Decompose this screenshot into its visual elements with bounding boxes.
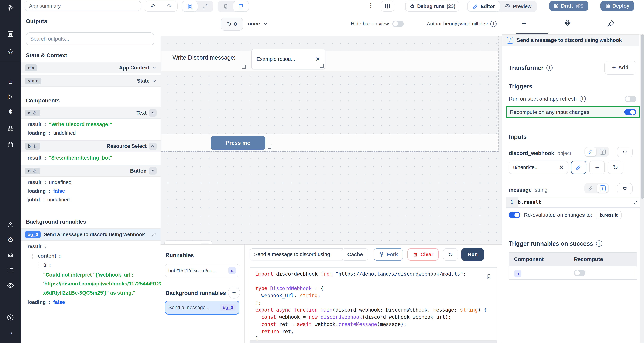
- app-canvas[interactable]: Write Discord message: Example resou... …: [160, 36, 502, 244]
- eval-mode-f-icon[interactable]: f: [597, 148, 608, 156]
- mobile-view-button[interactable]: [218, 1, 233, 12]
- cache-button[interactable]: Cache: [342, 248, 368, 261]
- clear-x-icon[interactable]: ✕: [559, 164, 564, 170]
- docs-book-button[interactable]: [381, 1, 394, 12]
- fork-button[interactable]: Fork: [374, 248, 403, 261]
- info-icon[interactable]: i: [490, 21, 496, 27]
- tab-settings-active[interactable]: [546, 20, 589, 27]
- undo-button[interactable]: ↶: [145, 1, 161, 12]
- resources-cubes-icon[interactable]: [0, 123, 21, 134]
- edit-pencil-icon[interactable]: [152, 232, 156, 237]
- code-line: import discordwebhook from "https://deno…: [255, 270, 497, 278]
- runs-play-icon[interactable]: ▷: [0, 91, 21, 102]
- info-icon[interactable]: i: [580, 96, 586, 102]
- clear-button[interactable]: Clear: [408, 248, 438, 261]
- home-icon[interactable]: ⌂: [0, 76, 21, 87]
- add-transformer-button[interactable]: +Add: [604, 61, 636, 74]
- pointer-hand-icon: [32, 110, 37, 115]
- variables-dollar-icon[interactable]: $: [0, 106, 21, 117]
- connect-plug-icon[interactable]: [617, 183, 632, 194]
- rail-divider: [0, 16, 21, 16]
- connect-plug-icon[interactable]: [617, 147, 632, 158]
- collapse-arrow-icon[interactable]: →: [0, 327, 21, 338]
- workers-robot-icon[interactable]: [0, 250, 21, 260]
- redo-button[interactable]: ↷: [161, 1, 177, 12]
- expand-editor-icon[interactable]: [631, 198, 640, 207]
- resource-select-component[interactable]: Example resou... ✕: [251, 49, 325, 70]
- debug-runs-button[interactable]: Debug runs(23): [405, 1, 459, 12]
- resource-picker[interactable]: u/henri/te... ✕: [509, 160, 568, 174]
- run-button[interactable]: Run: [461, 248, 484, 261]
- reevaluated-dep-chip[interactable]: b.result: [596, 211, 622, 220]
- zoom-out-button[interactable]: −: [167, 243, 176, 244]
- tab-styling[interactable]: [589, 20, 633, 27]
- reevaluated-toggle[interactable]: [509, 212, 520, 218]
- add-background-runnable-button[interactable]: +: [228, 286, 240, 298]
- component-row-a[interactable]: a Text: [21, 107, 161, 119]
- hide-bar-toggle[interactable]: [392, 20, 404, 27]
- refresh-count-button[interactable]: ↻0: [221, 18, 243, 30]
- runnable-item-bg0-selected[interactable]: Send a message... bg_0: [165, 300, 240, 314]
- add-resource-button[interactable]: +: [589, 160, 605, 174]
- right-scrollbar-track[interactable]: [640, 34, 644, 343]
- fullscreen-button[interactable]: [198, 1, 213, 12]
- bg0-row[interactable]: bg_0 Send a message to discord using web…: [21, 228, 161, 241]
- runnable-item-c[interactable]: hub/1511/discord/se... c: [165, 264, 240, 277]
- divider: [21, 209, 161, 209]
- deploy-button[interactable]: Deploy: [600, 1, 634, 11]
- kebab-menu-icon[interactable]: ⋮: [368, 2, 374, 8]
- favorites-star-icon[interactable]: ☆: [0, 46, 21, 57]
- collapse-chevron-up[interactable]: [149, 142, 156, 150]
- help-question-icon[interactable]: [0, 312, 21, 323]
- workspace-icon[interactable]: [0, 29, 21, 40]
- message-expr-editor[interactable]: 1 b.result: [506, 197, 641, 208]
- output-row-state[interactable]: state State: [21, 75, 161, 86]
- table-row: c: [509, 266, 637, 280]
- settings-gear-icon[interactable]: ⚙: [0, 234, 21, 245]
- code-hscrollbar[interactable]: [250, 340, 496, 343]
- run-on-start-toggle[interactable]: [624, 96, 636, 102]
- press-me-button[interactable]: Press me: [211, 136, 265, 150]
- desktop-view-button[interactable]: [233, 1, 248, 12]
- collapse-chevron-up[interactable]: [149, 167, 156, 174]
- windmill-logo[interactable]: [0, 2, 21, 13]
- folders-icon[interactable]: [0, 265, 21, 276]
- draft-button[interactable]: Draft⌘S: [549, 1, 588, 11]
- static-mode-pencil-icon[interactable]: [585, 184, 596, 192]
- schedules-calendar-icon[interactable]: [0, 139, 21, 150]
- right-scrollbar-thumb[interactable]: [641, 34, 644, 199]
- search-outputs-input[interactable]: Search outputs...: [26, 32, 154, 46]
- code-editor[interactable]: import discordwebhook from "https://deno…: [250, 267, 497, 341]
- recompute-toggle[interactable]: [624, 109, 636, 116]
- output-row-ctx[interactable]: ctx App Context: [21, 62, 161, 74]
- clear-x-icon[interactable]: ✕: [315, 56, 320, 62]
- run-mode-select[interactable]: once: [248, 18, 268, 30]
- collapse-chevron-up[interactable]: [149, 109, 156, 117]
- tab-preview[interactable]: Preview: [500, 1, 536, 12]
- edit-resource-pencil-button[interactable]: [571, 160, 586, 174]
- app-summary-input[interactable]: App summary: [24, 1, 141, 11]
- static-mode-pencil-icon[interactable]: [585, 148, 596, 156]
- center-layout-button[interactable]: [182, 1, 198, 12]
- copy-code-icon[interactable]: [484, 272, 494, 282]
- runnable-name-input[interactable]: Send a message to discord using: [250, 248, 345, 260]
- resize-handle[interactable]: [320, 64, 324, 68]
- component-row-c[interactable]: c Button: [21, 165, 161, 177]
- eval-mode-f-icon[interactable]: f: [597, 184, 608, 192]
- users-person-icon[interactable]: [0, 219, 21, 230]
- resize-handle[interactable]: [268, 145, 271, 149]
- info-icon[interactable]: i: [596, 240, 602, 247]
- recompute-c-toggle[interactable]: [574, 270, 586, 276]
- canvas-right-dashed-edge: [498, 36, 498, 152]
- refresh-resource-button[interactable]: ↻: [608, 160, 624, 174]
- tab-insert[interactable]: +: [502, 19, 546, 28]
- audit-eye-icon[interactable]: [0, 280, 21, 291]
- zoom-in-button[interactable]: +: [200, 243, 210, 244]
- brush-icon: [607, 20, 615, 27]
- refresh-button[interactable]: ↻: [443, 248, 458, 261]
- text-component[interactable]: Write Discord message:: [172, 53, 246, 69]
- component-row-b[interactable]: b Resource Select: [21, 140, 161, 152]
- info-icon[interactable]: i: [546, 65, 552, 71]
- tab-editor[interactable]: Editor: [468, 1, 500, 12]
- resize-handle[interactable]: [242, 65, 246, 68]
